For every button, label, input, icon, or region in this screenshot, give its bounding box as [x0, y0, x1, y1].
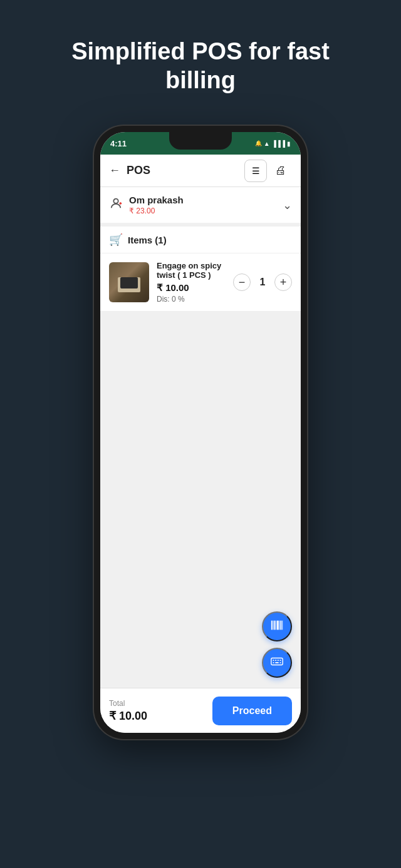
status-bar: 4:11 🔔 ▲ ▐▐▐ ▮	[100, 132, 301, 155]
customer-expand-icon[interactable]: ⌄	[283, 198, 292, 212]
proceed-button[interactable]: Proceed	[212, 697, 292, 725]
svg-rect-3	[271, 620, 273, 630]
barcode-icon	[270, 618, 284, 635]
customer-amount: ₹ 23.00	[129, 207, 283, 215]
svg-rect-11	[271, 658, 283, 665]
item-price: ₹ 10.00	[157, 282, 233, 294]
bottom-bar: Total ₹ 10.00 Proceed	[100, 688, 301, 733]
svg-rect-8	[279, 620, 280, 630]
customer-name: Om prakash	[129, 195, 283, 205]
item-discount: Dis: 0 %	[157, 295, 233, 304]
svg-rect-13	[275, 660, 276, 661]
item-card: Engage on spicy twist ( 1 PCS ) ₹ 10.00 …	[100, 253, 301, 312]
keyboard-icon	[270, 655, 284, 671]
list-view-button[interactable]: ☰	[244, 160, 267, 182]
register-button[interactable]: 🖨	[269, 160, 292, 182]
headline-line1: Simplified POS for fast	[71, 38, 330, 64]
customer-row[interactable]: Om prakash ₹ 23.00 ⌄	[100, 187, 301, 227]
signal-icon: ▐▐▐	[272, 140, 285, 147]
increase-quantity-button[interactable]: +	[274, 273, 292, 291]
svg-rect-17	[275, 662, 279, 663]
phone-mockup: 4:11 🔔 ▲ ▐▐▐ ▮ ← POS ☰ 🖨	[94, 126, 307, 739]
total-amount: ₹ 10.00	[109, 709, 212, 723]
page-title: POS	[127, 164, 239, 177]
items-label: Items (1)	[128, 235, 167, 245]
phone-screen: 4:11 🔔 ▲ ▐▐▐ ▮ ← POS ☰ 🖨	[100, 132, 301, 733]
customer-info: Om prakash ₹ 23.00	[129, 195, 283, 215]
svg-rect-4	[273, 620, 274, 630]
app-header: ← POS ☰ 🖨	[100, 155, 301, 187]
item-details: Engage on spicy twist ( 1 PCS ) ₹ 10.00 …	[157, 261, 233, 304]
svg-rect-6	[276, 620, 276, 630]
headline: Simplified POS for fast billing	[71, 38, 330, 94]
item-image-inner	[109, 262, 149, 302]
item-image	[109, 262, 149, 302]
svg-rect-7	[277, 620, 279, 630]
back-button[interactable]: ←	[109, 164, 120, 177]
svg-rect-18	[280, 662, 281, 663]
svg-rect-16	[273, 662, 274, 663]
customer-icon	[109, 197, 123, 214]
notch	[169, 132, 232, 150]
svg-rect-15	[280, 660, 281, 661]
headline-line2: billing	[165, 67, 236, 93]
register-icon: 🖨	[275, 164, 286, 177]
keyboard-button[interactable]	[262, 648, 292, 678]
list-icon: ☰	[252, 166, 260, 176]
svg-rect-9	[281, 620, 282, 630]
quantity-value: 1	[257, 277, 268, 288]
content-area	[100, 312, 301, 688]
total-section: Total ₹ 10.00	[109, 699, 212, 723]
svg-point-0	[113, 198, 118, 203]
total-label: Total	[109, 699, 212, 708]
svg-rect-12	[273, 660, 274, 661]
battery-icon: ▮	[287, 140, 291, 147]
alarm-icon: 🔔	[255, 140, 262, 146]
items-header: 🛒 Items (1)	[100, 227, 301, 253]
fab-container	[262, 611, 292, 678]
status-icons: 🔔 ▲ ▐▐▐ ▮	[255, 140, 291, 147]
quantity-control: − 1 +	[233, 273, 292, 291]
item-name: Engage on spicy twist ( 1 PCS )	[157, 261, 233, 280]
decrease-quantity-button[interactable]: −	[233, 273, 251, 291]
svg-rect-14	[278, 660, 279, 661]
barcode-scan-button[interactable]	[262, 611, 292, 641]
cart-icon: 🛒	[109, 233, 123, 247]
wifi-icon: ▲	[264, 140, 270, 147]
svg-rect-10	[282, 620, 283, 630]
svg-rect-5	[274, 620, 275, 630]
status-time: 4:11	[110, 139, 127, 148]
